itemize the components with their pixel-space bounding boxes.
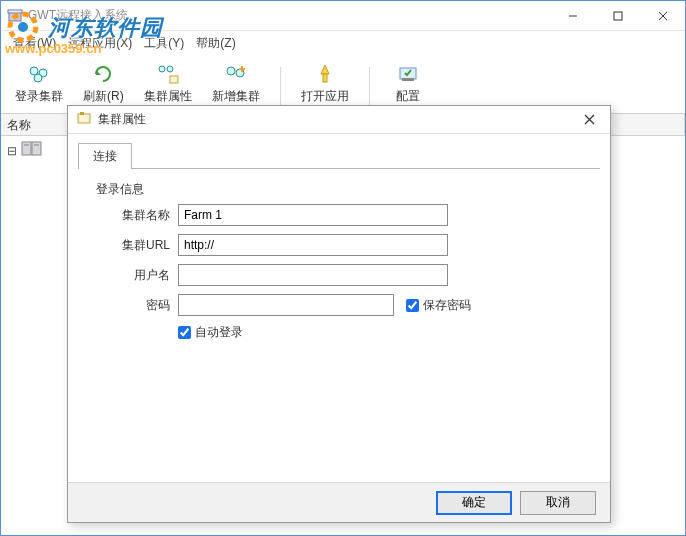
svg-rect-16 (402, 78, 414, 81)
checkbox-save-password-label: 保存密码 (423, 297, 471, 314)
ok-button[interactable]: 确定 (436, 491, 512, 515)
svg-rect-22 (78, 114, 90, 123)
menu-remote[interactable]: 远程应用(X) (64, 33, 136, 54)
dialog-icon (76, 110, 92, 129)
svg-rect-1 (8, 10, 22, 13)
svg-rect-23 (80, 112, 84, 115)
label-farm-name: 集群名称 (98, 207, 178, 224)
toolbar-separator (280, 67, 281, 107)
tool-label: 集群属性 (144, 88, 192, 105)
menu-help[interactable]: 帮助(Z) (192, 33, 239, 54)
input-farm-name[interactable] (178, 204, 448, 226)
server-icon (21, 140, 43, 161)
window-title: GWT远程接入系统 (28, 7, 128, 24)
app-window: GWT远程接入系统 查看(W) 远程应用(X) 工具(Y) 帮助(Z) 登录集群… (0, 0, 686, 536)
svg-point-9 (159, 66, 165, 72)
dialog-footer: 确定 取消 (68, 482, 610, 522)
label-password: 密码 (98, 297, 178, 314)
svg-rect-18 (32, 142, 41, 155)
tool-label: 登录集群 (15, 88, 63, 105)
dialog-title: 集群属性 (98, 111, 146, 128)
svg-rect-14 (323, 74, 327, 82)
dialog-body: 连接 登录信息 集群名称 集群URL 用户名 密码 (68, 134, 610, 482)
close-button[interactable] (640, 1, 685, 30)
tool-settings[interactable]: 配置 (386, 60, 430, 107)
dialog-cluster-properties: 集群属性 连接 登录信息 集群名称 集群URL 用户名 (67, 105, 611, 523)
checkbox-auto-login-input[interactable] (178, 326, 191, 339)
add-cluster-icon (224, 62, 248, 86)
tool-cluster-properties[interactable]: 集群属性 (140, 60, 196, 107)
window-controls (550, 1, 685, 30)
menu-view[interactable]: 查看(W) (9, 33, 60, 54)
svg-rect-11 (170, 76, 178, 83)
menu-tools[interactable]: 工具(Y) (140, 33, 188, 54)
open-app-icon (313, 62, 337, 86)
tool-label: 打开应用 (301, 88, 349, 105)
minimize-button[interactable] (550, 1, 595, 30)
svg-rect-19 (24, 144, 29, 146)
svg-point-12 (227, 67, 235, 75)
svg-rect-20 (34, 144, 39, 146)
tool-open-app[interactable]: 打开应用 (297, 60, 353, 107)
cancel-button[interactable]: 取消 (520, 491, 596, 515)
tab-connection[interactable]: 连接 (78, 143, 132, 169)
checkbox-save-password-input[interactable] (406, 299, 419, 312)
tool-label: 新增集群 (212, 88, 260, 105)
titlebar: GWT远程接入系统 (1, 1, 685, 31)
svg-rect-17 (22, 142, 31, 155)
tool-add-cluster[interactable]: 新增集群 (208, 60, 264, 107)
toolbar-separator (369, 67, 370, 107)
input-password[interactable] (178, 294, 394, 316)
label-farm-url: 集群URL (98, 237, 178, 254)
checkbox-save-password[interactable]: 保存密码 (406, 297, 471, 314)
tool-login-cluster[interactable]: 登录集群 (11, 60, 67, 107)
input-farm-url[interactable] (178, 234, 448, 256)
expand-icon[interactable]: ⊟ (7, 144, 17, 158)
svg-point-8 (34, 74, 42, 82)
settings-icon (396, 62, 420, 86)
svg-rect-3 (614, 12, 622, 20)
label-username: 用户名 (98, 267, 178, 284)
app-icon (7, 8, 23, 24)
properties-icon (156, 62, 180, 86)
section-login-info: 登录信息 (78, 169, 600, 204)
input-username[interactable] (178, 264, 448, 286)
titlebar-left: GWT远程接入系统 (7, 7, 128, 24)
menubar: 查看(W) 远程应用(X) 工具(Y) 帮助(Z) (1, 31, 685, 56)
cluster-login-icon (27, 62, 51, 86)
tool-label: 配置 (396, 88, 420, 105)
tool-refresh[interactable]: 刷新(R) (79, 60, 128, 107)
refresh-icon (91, 62, 115, 86)
dialog-titlebar: 集群属性 (68, 106, 610, 134)
svg-point-10 (167, 66, 173, 72)
dialog-close-button[interactable] (574, 109, 604, 131)
tab-strip: 连接 (78, 142, 600, 169)
checkbox-auto-login-label: 自动登录 (195, 324, 243, 341)
maximize-button[interactable] (595, 1, 640, 30)
checkbox-auto-login[interactable]: 自动登录 (178, 324, 243, 341)
login-form: 集群名称 集群URL 用户名 密码 保存密码 (78, 204, 600, 341)
tool-label: 刷新(R) (83, 88, 124, 105)
